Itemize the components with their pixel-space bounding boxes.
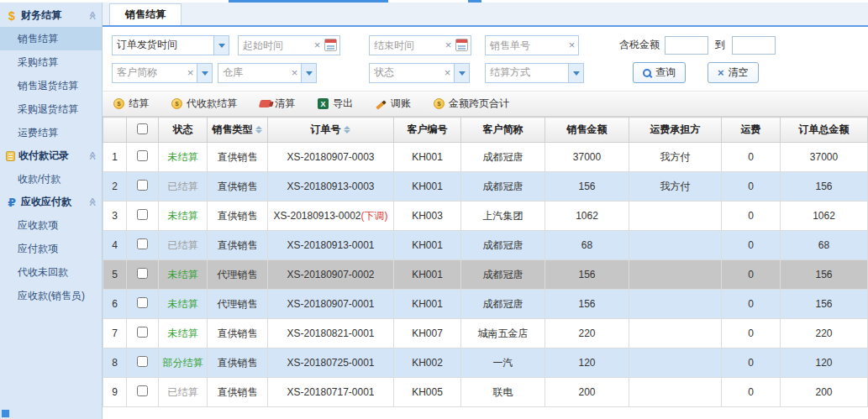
tax-amount-from-input[interactable] <box>665 36 708 55</box>
sales-no-inputbox[interactable]: × <box>485 35 579 55</box>
tab-sales-settlement[interactable]: 销售结算 <box>109 3 181 25</box>
sidebar-item-purchase-return-settlement[interactable]: 采购退货结算 <box>0 97 102 121</box>
liquidate-button[interactable]: 清算 <box>260 97 295 111</box>
clear-button-label: 清空 <box>729 65 749 80</box>
warehouse-select[interactable]: 仓库 × <box>218 63 317 83</box>
clear-icon[interactable]: × <box>311 39 324 51</box>
clear-icon[interactable]: × <box>566 39 578 51</box>
query-button[interactable]: 查询 <box>633 62 686 83</box>
clear-icon[interactable]: × <box>288 66 301 79</box>
status-cell: 未结算 <box>159 260 208 290</box>
column-header-type[interactable]: 销售类型 <box>208 118 268 143</box>
sidebar-item-sales-settlement[interactable]: 销售结算 <box>0 27 102 50</box>
table-row[interactable]: 5未结算代理销售XS-20180907-0002KH001成都冠唐1560156 <box>103 260 868 290</box>
end-time-inputbox[interactable]: × <box>369 35 471 55</box>
sidebar-group-label: 收付款记录 <box>18 149 88 163</box>
calendar-icon[interactable] <box>455 39 468 51</box>
order-total-cell: 156 <box>781 290 868 319</box>
column-header-order[interactable]: 订单号 <box>268 118 394 143</box>
sales-amount-cell: 68 <box>545 231 629 260</box>
row-checkbox[interactable] <box>137 150 148 161</box>
clear-icon[interactable]: × <box>184 66 197 79</box>
column-header-rownum <box>103 118 127 143</box>
row-checkbox-cell[interactable] <box>127 348 159 378</box>
clear-icon[interactable]: × <box>442 39 455 51</box>
table-row[interactable]: 6未结算代理销售XS-20180907-0001KH001成都冠唐1560156 <box>103 290 868 319</box>
calendar-icon[interactable] <box>324 39 337 51</box>
brush-icon <box>259 100 271 107</box>
start-time-input[interactable] <box>239 36 311 55</box>
row-checkbox-cell[interactable] <box>127 202 159 231</box>
row-checkbox-cell[interactable] <box>127 290 159 319</box>
sidebar-item-freight-settlement[interactable]: 运费结算 <box>0 121 102 144</box>
row-checkbox[interactable] <box>137 385 148 396</box>
row-checkbox-cell[interactable] <box>127 231 159 260</box>
settle-method-select[interactable]: 结算方式 <box>485 63 584 83</box>
tax-amount-to-input[interactable] <box>732 36 776 55</box>
settle-button[interactable]: 结算 <box>113 97 149 111</box>
row-checkbox-cell[interactable] <box>127 260 159 290</box>
sort-icon[interactable] <box>344 125 351 134</box>
table-row[interactable]: 8部分结算直供销售XS-20180725-0001KH002一汽1200120 <box>103 348 868 378</box>
sidebar-item-purchase-settlement[interactable]: 采购结算 <box>0 50 102 74</box>
row-checkbox[interactable] <box>137 297 148 308</box>
row-checkbox[interactable] <box>137 209 148 220</box>
sales-type-cell: 代理销售 <box>208 290 268 319</box>
sidebar-item-receipt-payment[interactable]: 收款/付款 <box>0 167 102 191</box>
chevron-down-icon[interactable] <box>454 64 469 82</box>
select-all-checkbox[interactable] <box>137 123 148 134</box>
status-cell: 已结算 <box>159 231 208 260</box>
sidebar-item-payable-items[interactable]: 应付款项 <box>0 237 102 260</box>
sidebar-group-receivables-payables[interactable]: 应收应付款 <box>0 191 102 213</box>
clear-icon[interactable]: × <box>441 66 454 79</box>
export-button[interactable]: 导出 <box>318 97 353 111</box>
sidebar-item-collection-outstanding[interactable]: 代收未回款 <box>0 260 102 284</box>
freight-cell: 0 <box>722 202 781 231</box>
table-row[interactable]: 4已结算直供销售XS-20180913-0001KH001成都冠唐68068 <box>103 231 868 260</box>
sales-amount-cell: 200 <box>545 378 629 407</box>
status-select[interactable]: 状态 × <box>369 63 470 83</box>
sidebar-item-sales-return-settlement[interactable]: 销售退货结算 <box>0 74 102 97</box>
amount-page-total-button[interactable]: 金额跨页合计 <box>434 97 509 111</box>
row-checkbox[interactable] <box>137 327 148 338</box>
sort-icon[interactable] <box>255 125 263 134</box>
adjust-account-button[interactable]: 调账 <box>376 97 411 111</box>
row-checkbox-cell[interactable] <box>127 378 159 407</box>
end-time-input[interactable] <box>370 36 442 55</box>
row-number: 4 <box>103 231 127 260</box>
collapse-icon[interactable] <box>87 151 97 160</box>
warehouse-select-placeholder: 仓库 <box>218 65 288 80</box>
chevron-down-icon[interactable] <box>197 64 212 82</box>
sidebar-group-payment-records[interactable]: 收付款记录 <box>0 144 102 167</box>
sidebar-group-label: 应收应付款 <box>21 195 88 209</box>
collapse-icon[interactable] <box>87 197 97 206</box>
table-row[interactable]: 7未结算直供销售XS-20180821-0001KH007城南五金店220022… <box>103 319 868 348</box>
chevron-down-icon[interactable] <box>301 64 316 82</box>
collection-settle-button[interactable]: 代收款结算 <box>171 97 237 111</box>
sidebar-item-receivable-salesman[interactable]: 应收款(销售员) <box>0 284 102 307</box>
chevron-down-icon[interactable] <box>213 36 229 55</box>
order-total-cell: 220 <box>781 319 868 348</box>
chevron-down-icon[interactable] <box>568 64 583 82</box>
table-row[interactable]: 3未结算直供销售XS-20180913-0002(下调)KH003上汽集团106… <box>103 202 868 231</box>
customer-no-cell: KH003 <box>394 202 461 231</box>
row-checkbox-cell[interactable] <box>127 143 159 172</box>
order-ship-time-select[interactable]: 订单发货时间 <box>112 35 229 55</box>
collapse-icon[interactable] <box>87 11 97 19</box>
start-time-inputbox[interactable]: × <box>238 35 340 55</box>
row-checkbox[interactable] <box>137 238 148 249</box>
table-row[interactable]: 9已结算直供销售XS-20180717-0001KH005联电2000200 <box>103 378 868 407</box>
row-checkbox[interactable] <box>137 180 148 191</box>
table-row[interactable]: 1未结算直供销售XS-20180907-0003KH001成都冠唐37000我方… <box>103 143 868 172</box>
row-checkbox[interactable] <box>137 356 148 367</box>
sidebar-group-finance-settlement[interactable]: 财务结算 <box>0 4 102 27</box>
clear-button[interactable]: × 清空 <box>708 62 759 83</box>
sales-amount-cell: 156 <box>545 290 629 319</box>
row-checkbox-cell[interactable] <box>127 172 159 202</box>
table-row[interactable]: 2已结算直供销售XS-20180913-0003KH001成都冠唐156我方付0… <box>103 172 868 202</box>
row-checkbox-cell[interactable] <box>127 319 159 348</box>
sidebar-item-receivable-items[interactable]: 应收款项 <box>0 213 102 237</box>
customer-select[interactable]: 客户简称 × <box>112 63 213 83</box>
sales-no-input[interactable] <box>486 36 566 55</box>
row-checkbox[interactable] <box>137 268 148 279</box>
